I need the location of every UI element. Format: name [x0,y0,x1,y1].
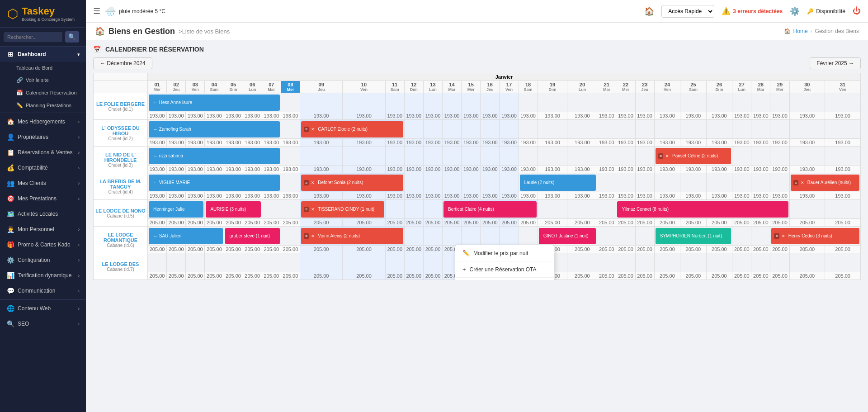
disponibilite-button[interactable]: 🔑 Disponibilité [807,8,845,14]
reservation-bar[interactable]: ← Zamofing Sarah [149,121,280,137]
reservation-bar[interactable]: ≡✕ Henry Cédric (3 nuits) [771,228,859,244]
property-name-5[interactable]: LE LODGE ROMANTIQUE [94,232,147,243]
reservation-bar[interactable]: Yilmaz Cennet (8 nuits) [617,201,788,218]
res-close-icon[interactable]: ✕ [799,180,806,185]
empty-cell-p1-d20 [567,120,597,139]
empty-cell-p0-d12 [404,93,423,112]
weather-widget: 🌧️ pluie modérée 5 °C [105,6,165,17]
sidebar: ⬡ Taskey Booking & Concierge System 🔍 ⊞ … [0,0,86,412]
reservation-bar[interactable]: Laurie (2 nuits) [520,175,596,191]
day-header-19: 19Dim [538,81,567,93]
property-name-2[interactable]: LE NID DE L' HIRONDELLE [94,152,147,163]
hamburger-icon[interactable]: ☰ [93,6,100,16]
sidebar-item-communication[interactable]: 💬 Communication › [0,283,86,298]
empty-cell-p2-d28 [751,147,770,166]
sidebar-item-planning[interactable]: ✏️ Planning Prestations [0,99,86,112]
sidebar-item-personnel[interactable]: 👨‍💼 Mon Personnel › [0,222,86,237]
sidebar-item-hebergements[interactable]: 🏠 Mes Hébergements › [0,114,86,129]
empty-cell-p2-d9 [300,147,343,166]
price-cell-6-8: 205.00 [281,272,300,280]
sidebar-item-prestations[interactable]: 🎯 Mes Prestations › [0,191,86,206]
sidebar-item-activites[interactable]: 🗺️ Activités Locales [0,206,86,222]
empty-cell-p5-d13 [423,227,442,246]
price-cell-5-3: 205.00 [186,246,205,253]
context-menu-item-create-ota[interactable]: + Créer une Réservation OTA [455,261,554,278]
res-close-icon[interactable]: ✕ [310,127,316,132]
reservation-bar[interactable]: ≡✕ Voirin Alexis (2 nuits) [301,228,403,244]
reservation-bar[interactable]: GINOT Justine (1 nuit) [539,228,596,244]
sidebar-item-proprietaires[interactable]: 👤 Propriétaires › [0,129,86,145]
home-button[interactable]: 🏠 [644,6,654,16]
res-close-icon[interactable]: ✕ [310,207,316,212]
res-close-icon[interactable]: ✕ [664,153,670,159]
price-cell-3-14: 193.00 [443,192,462,200]
sidebar-item-seo[interactable]: 🔍 SEO › [0,316,86,331]
reservation-bar[interactable]: Berticat Claire (4 nuits) [443,201,537,218]
res-label: Pariset Céline (2 nuits) [672,153,718,158]
prev-month-button[interactable]: ← Décembre 2024 [93,57,152,69]
sidebar-item-voir-site[interactable]: 🔗 Voir le site [0,74,86,86]
sidebar-item-calendrier[interactable]: 📅 Calendrier Réservation [0,86,86,99]
search-input[interactable] [4,32,62,42]
price-cell-1-18: 193.00 [519,139,538,147]
reservation-bar[interactable]: gruber steve (1 nuit) [225,228,280,244]
next-month-button[interactable]: Février 2025 → [810,57,861,69]
access-rapide-dropdown[interactable]: Accès Rapide [661,5,714,18]
property-name-6[interactable]: LE LODGE DES [94,261,147,267]
reservation-bar[interactable]: ← SAU Julien [149,228,223,244]
reservation-bar[interactable]: ← rizzi sabrina [149,148,280,164]
reservation-bar[interactable]: ← Hess Anne laure [149,95,280,111]
property-type-4: Cabane (id.5) [94,213,147,218]
sidebar-item-comptabilite[interactable]: 💰 Comptabilité › [0,160,86,175]
res-icons: ≡✕ [304,207,316,212]
price-cell-1-15: 193.00 [462,139,481,147]
reservation-bar[interactable]: ≡✕ CARLOT Elodie (2 nuits) [301,121,403,137]
logo-area: ⬡ Taskey Booking & Concierge System [0,0,86,28]
price-cell-4-16: 205.00 [481,219,500,227]
reservation-bar[interactable]: ← VIGUIE MARIE [149,175,280,191]
reservation-bar[interactable]: AURISIE (3 nuits) [206,201,260,218]
sidebar-item-promo[interactable]: 🎁 Promo & Cartes Kado › [0,237,86,252]
reservation-bar[interactable]: Henninger Julie [149,201,203,218]
empty-cell-p0-d16 [481,93,500,112]
context-label-create-ota: Créer une Réservation OTA [470,266,537,273]
res-label: ← Hess Anne laure [153,100,192,105]
reservation-bar[interactable]: ≡✕ Deforet Sonia (2 nuits) [301,175,403,191]
price-cell-5-25: 205.00 [680,246,706,253]
sidebar-item-tarification[interactable]: 📊 Tarification dynamique › [0,268,86,283]
price-cell-0-26: 193.00 [706,112,732,120]
property-name-1[interactable]: L' ODYSSEE DU HIBOU [94,125,147,136]
reservation-bar[interactable]: ≡✕ Bauer Aurélien (nuits) [791,175,859,191]
empty-cell-p6-d20 [567,253,597,272]
home-link[interactable]: Home [793,28,808,34]
empty-cell-p2-d22 [616,147,635,166]
table-row: L' ODYSSEE DU HIBOUChalet (id.2) ← Zamof… [94,120,861,139]
empty-cell-p1-d21 [597,120,616,139]
price-cell-4-2: 205.00 [167,219,186,227]
res-close-icon[interactable]: ✕ [310,180,316,185]
sidebar-item-clients[interactable]: 👥 Mes Clients › [0,175,86,191]
property-name-4[interactable]: LE LODGE DE NONO [94,208,147,213]
price-cell-3-24: 193.00 [654,192,680,200]
sidebar-item-contenu-web[interactable]: 🌐 Contenu Web › [0,301,86,316]
sidebar-item-configuration[interactable]: ⚙️ Configuration › [0,252,86,268]
context-menu-item-modify-price[interactable]: ✏️ Modifier le prix par nuit [455,245,554,261]
reservation-bar[interactable]: ≡✕ TISSERAND CINDY (1 nuit) [301,201,384,218]
day-header-20: 20Lun [567,81,597,93]
sidebar-item-dashboard[interactable]: ⊞ Dashboard ▾ [0,47,86,62]
sidebar-item-reservations[interactable]: 📋 Réservations & Ventes › [0,145,86,160]
res-close-icon[interactable]: ✕ [310,233,316,239]
context-menu-item-create-direct[interactable]: + Créer une Réservation Directe [455,278,554,280]
errors-badge[interactable]: ⚠️ 3 erreurs détectées [722,7,783,15]
res-close-icon[interactable]: ✕ [780,233,787,239]
property-name-3[interactable]: LA BREBIS DE M. TANGUY [94,179,147,189]
access-rapide-select[interactable]: Accès Rapide [661,5,714,18]
price-row-0: 193.00193.00193.00193.00193.00193.00193.… [94,112,861,120]
reservation-bar[interactable]: ≡✕ Pariset Céline (2 nuits) [656,148,731,164]
reservation-bar[interactable]: SYMPHORIEN Norbert (1 nuit) [656,228,731,244]
search-button[interactable]: 🔍 [65,31,79,43]
power-button[interactable]: ⏻ [853,6,861,16]
property-name-0[interactable]: LE FOLIE BERGERE [94,101,147,107]
settings-icon[interactable]: ⚙️ [790,6,800,16]
sidebar-item-tableau[interactable]: Tableau de Bord [0,62,86,74]
